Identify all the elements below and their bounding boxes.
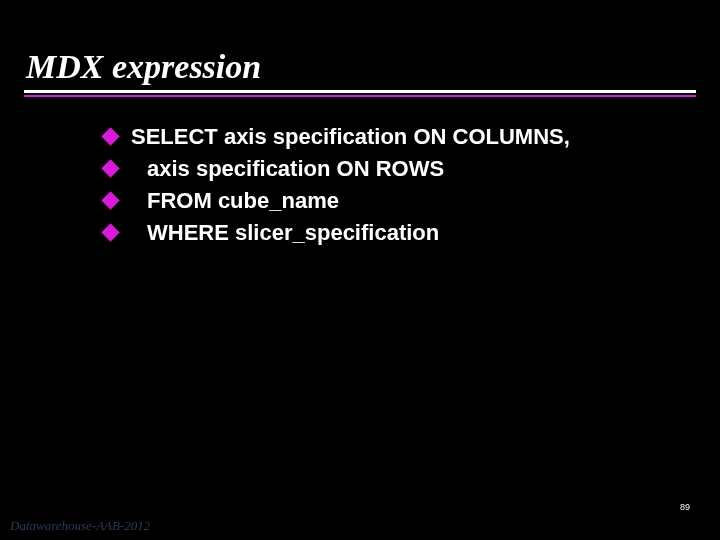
list-item: SELECT axis specification ON COLUMNS, — [104, 123, 700, 151]
footer-label: Datawarehouse-AAB-2012 — [10, 518, 150, 534]
list-item: WHERE slicer_specification — [104, 219, 700, 247]
diamond-bullet-icon — [101, 127, 119, 145]
list-item: FROM cube_name — [104, 187, 700, 215]
bullet-list: SELECT axis specification ON COLUMNS, ax… — [20, 123, 700, 248]
list-item: axis specification ON ROWS — [104, 155, 700, 183]
diamond-bullet-icon — [101, 224, 119, 242]
slide: MDX expression SELECT axis specification… — [0, 0, 720, 540]
title-underline-magenta — [24, 95, 696, 97]
page-number: 89 — [680, 502, 690, 512]
bullet-text: WHERE slicer_specification — [131, 219, 439, 247]
title-underline-white — [24, 90, 696, 93]
bullet-text: axis specification ON ROWS — [131, 155, 444, 183]
slide-title: MDX expression — [20, 48, 700, 90]
bullet-text: FROM cube_name — [131, 187, 339, 215]
bullet-text: SELECT axis specification ON COLUMNS, — [131, 123, 570, 151]
diamond-bullet-icon — [101, 192, 119, 210]
diamond-bullet-icon — [101, 159, 119, 177]
